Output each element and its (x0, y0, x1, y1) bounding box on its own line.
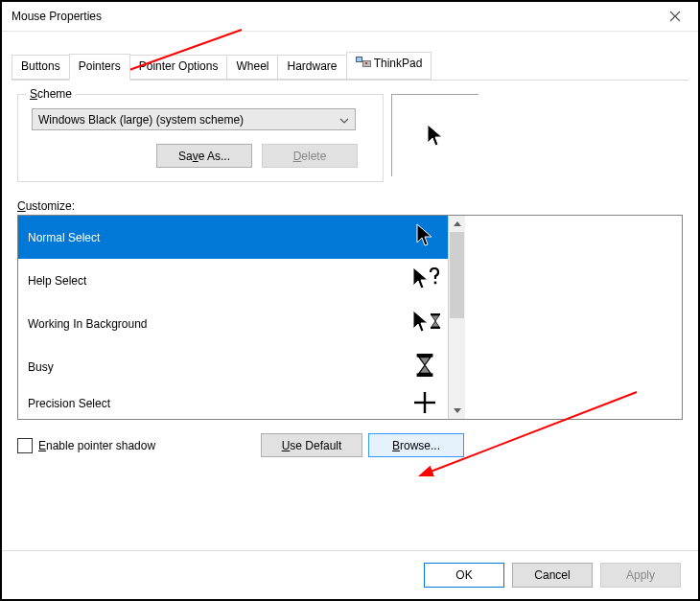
tab-wheel[interactable]: Wheel (226, 55, 278, 80)
enable-pointer-shadow-checkbox[interactable]: Enable pointer shadow (17, 438, 155, 453)
cursor-precision-icon (411, 392, 438, 416)
list-item-label: Working In Background (28, 317, 148, 331)
chevron-down-icon (339, 113, 349, 127)
cursor-help-icon (411, 266, 438, 294)
apply-button: Apply (600, 563, 681, 588)
list-scrollbar[interactable] (448, 216, 465, 419)
tab-buttons[interactable]: Buttons (12, 55, 70, 80)
scroll-thumb[interactable] (450, 232, 464, 318)
list-item-busy[interactable]: Busy (18, 345, 448, 388)
checkbox-box-icon (17, 438, 33, 453)
svg-point-7 (434, 282, 437, 285)
svg-rect-3 (357, 58, 362, 61)
window-title: Mouse Properties (12, 10, 102, 23)
checkbox-label: Enable pointer shadow (38, 439, 155, 452)
scheme-group-label: Scheme (26, 87, 76, 101)
save-as-button[interactable]: Save As... (156, 144, 252, 168)
cursor-arrow-icon (426, 124, 445, 149)
tab-panel-pointers: Scheme Windows Black (large) (system sch… (2, 81, 698, 467)
titlebar: Mouse Properties (2, 2, 698, 32)
list-item-normal-select[interactable]: Normal Select (18, 216, 448, 259)
customize-label: Customize: (17, 199, 683, 213)
close-icon (669, 11, 681, 22)
scheme-select[interactable]: Windows Black (large) (system scheme) (32, 108, 356, 130)
list-item-label: Busy (28, 360, 54, 374)
cancel-button[interactable]: Cancel (512, 563, 593, 588)
cursor-working-icon (411, 310, 438, 337)
cursor-list[interactable]: Normal Select Help Select Working In Bac… (18, 216, 448, 419)
ok-button[interactable]: OK (424, 563, 504, 588)
tab-pointer-options[interactable]: Pointer Options (129, 55, 228, 80)
svg-point-6 (365, 62, 367, 64)
thinkpad-icon (356, 57, 371, 73)
tab-pointers[interactable]: Pointers (69, 54, 130, 81)
tab-strip: Buttons Pointers Pointer Options Wheel H… (2, 32, 698, 80)
list-item-label: Help Select (28, 274, 86, 288)
close-button[interactable] (656, 3, 694, 30)
list-item-help-select[interactable]: Help Select (18, 259, 448, 302)
scheme-group: Scheme Windows Black (large) (system sch… (17, 94, 384, 182)
svg-marker-14 (454, 221, 461, 226)
tab-thinkpad-label: ThinkPad (374, 57, 423, 70)
svg-marker-15 (454, 408, 461, 413)
list-item-working-background[interactable]: Working In Background (18, 302, 448, 345)
delete-button: Delete (262, 144, 358, 168)
scroll-up-icon[interactable] (449, 216, 465, 232)
list-item-label: Normal Select (28, 231, 100, 244)
cursor-preview (391, 94, 478, 176)
scroll-down-icon[interactable] (449, 403, 465, 419)
tab-hardware[interactable]: Hardware (277, 55, 346, 80)
scheme-select-value: Windows Black (large) (system scheme) (38, 113, 244, 127)
dialog-footer: OK Cancel Apply (2, 550, 698, 599)
list-item-label: Precision Select (28, 397, 110, 410)
cursor-busy-icon (411, 354, 438, 380)
cursor-arrow-icon (411, 223, 438, 251)
browse-button[interactable]: Browse... (368, 433, 464, 457)
use-default-button[interactable]: Use Default (261, 433, 362, 457)
list-item-precision-select[interactable]: Precision Select (18, 388, 448, 419)
tab-thinkpad[interactable]: ThinkPad (346, 52, 432, 80)
